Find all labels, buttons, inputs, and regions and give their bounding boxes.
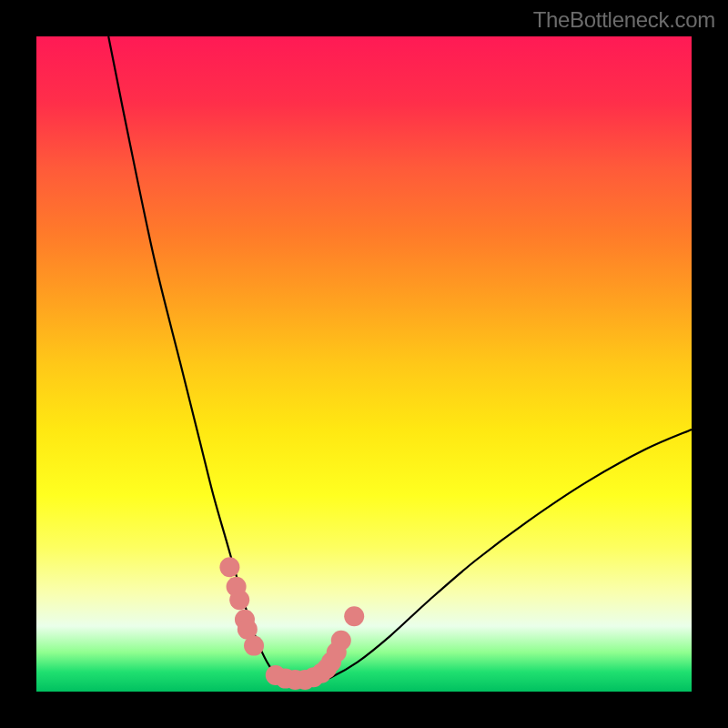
- highlight-dot: [244, 636, 264, 656]
- highlight-dot: [219, 557, 239, 577]
- outer-frame: TheBottleneck.com: [0, 0, 728, 728]
- plot-area: [36, 36, 692, 692]
- highlight-dot: [229, 590, 249, 610]
- watermark-text: TheBottleneck.com: [533, 7, 715, 33]
- dots-layer: [36, 36, 692, 692]
- highlight-dot: [344, 606, 364, 626]
- highlight-dots: [219, 557, 364, 690]
- highlight-dot: [331, 631, 351, 651]
